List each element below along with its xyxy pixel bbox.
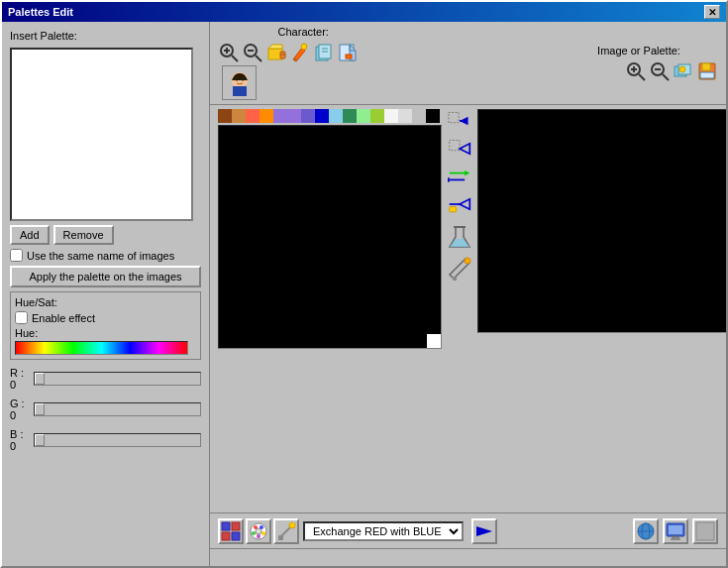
palette-cell[interactable] [413,223,427,237]
palette-cell-right[interactable] [492,166,506,179]
palette-cell[interactable] [274,209,288,223]
palette-cell-right[interactable] [659,290,673,304]
palette-cell[interactable] [219,320,233,334]
palette-cell[interactable] [399,292,413,306]
palette-cell[interactable] [260,223,274,237]
palette-cell[interactable] [219,251,233,265]
palette-cell[interactable] [302,223,316,237]
palette-cell-right[interactable] [714,193,726,207]
palette-cell[interactable] [385,209,399,223]
palette-cell[interactable] [233,223,247,237]
palette-cell[interactable] [260,237,274,251]
palette-cell-right[interactable] [478,110,492,124]
palette-cell-right[interactable] [686,249,700,263]
palette-cell-right[interactable] [575,138,589,152]
palette-cell-right[interactable] [562,207,575,221]
palette-cell-right[interactable] [700,304,714,318]
palette-cell[interactable] [413,265,427,279]
palette-cell[interactable] [247,223,260,237]
palette-cell-right[interactable] [575,193,589,207]
palette-cell[interactable] [330,223,344,237]
apply-palette-button[interactable]: Apply the palette on the images [10,266,201,287]
palette-cell-right[interactable] [673,277,686,290]
palette-cell-right[interactable] [492,138,506,152]
palette-cell-right[interactable] [686,235,700,249]
palette-cell[interactable] [413,168,427,181]
palette-cell-right[interactable] [631,249,645,263]
palette-cell-right[interactable] [617,235,631,249]
palette-cell[interactable] [219,168,233,181]
palette-cell[interactable] [371,279,385,292]
palette-cell-right[interactable] [520,138,534,152]
palette-cell-right[interactable] [589,166,603,179]
palette-cell-right[interactable] [659,138,673,152]
palette-cell[interactable] [358,181,371,195]
palette-cell[interactable] [316,292,330,306]
close-button[interactable]: ✕ [704,5,720,19]
palette-cell[interactable] [385,195,399,209]
palette-cell-right[interactable] [520,249,534,263]
palette-cell-right[interactable] [575,263,589,277]
palette-cell-right[interactable] [562,166,575,179]
palette-cell[interactable] [330,265,344,279]
palette-cell[interactable] [358,320,371,334]
palette-cell-right[interactable] [659,304,673,318]
palette-cell-right[interactable] [700,110,714,124]
palette-cell-right[interactable] [659,152,673,166]
palette-cell-right[interactable] [589,207,603,221]
palette-cell-right[interactable] [645,193,659,207]
palette-cell[interactable] [413,126,427,140]
flask-icon[interactable] [448,226,471,250]
palette-cell-right[interactable] [562,235,575,249]
palette-cell[interactable] [247,126,260,140]
palette-cell[interactable] [288,154,302,168]
palette-cell-right[interactable] [589,138,603,152]
palette-cell-right[interactable] [506,124,520,138]
palette-cell-right[interactable] [700,193,714,207]
palette-cell[interactable] [399,209,413,223]
char-zoom-out-icon[interactable] [242,42,263,63]
palette-cell-right[interactable] [603,166,617,179]
palette-cell-right[interactable] [492,290,506,304]
palette-cell-right[interactable] [478,138,492,152]
palette-cell-right[interactable] [714,124,726,138]
palette-cell-right[interactable] [603,235,617,249]
palette-cell[interactable] [427,292,441,306]
palette-cell-right[interactable] [673,221,686,235]
palette-cell[interactable] [330,209,344,223]
palette-cell-right[interactable] [534,110,548,124]
palette-cell[interactable] [302,251,316,265]
palette-cell[interactable] [427,154,441,168]
palette-cell[interactable] [427,265,441,279]
palette-cell-right[interactable] [617,290,631,304]
palette-cell[interactable] [274,168,288,181]
palette-cell[interactable] [274,279,288,292]
palette-cell[interactable] [371,237,385,251]
palette-cell-right[interactable] [492,221,506,235]
grid-icon[interactable] [218,518,244,544]
palette-cell-right[interactable] [478,235,492,249]
palette-cell[interactable] [399,168,413,181]
palette-cell-right[interactable] [603,138,617,152]
color-swatch[interactable] [315,109,329,123]
palette-cell-right[interactable] [534,124,548,138]
palette-cell[interactable] [371,209,385,223]
palette-cell-right[interactable] [673,290,686,304]
palette-cell-right[interactable] [548,290,562,304]
color-swatch[interactable] [329,109,343,123]
palette-cell-right[interactable] [686,304,700,318]
palette-cell-right[interactable] [617,318,631,332]
palette-cell[interactable] [358,209,371,223]
palette-cell[interactable] [385,306,399,320]
palette-cell-right[interactable] [617,124,631,138]
palette-cell[interactable] [413,209,427,223]
palette-cell-right[interactable] [520,152,534,166]
palette-cell-right[interactable] [659,263,673,277]
char-copy-icon[interactable] [313,42,335,63]
palette-cell[interactable] [260,140,274,154]
palette-cell-right[interactable] [548,318,562,332]
color-swatch[interactable] [218,109,232,123]
palette-cell-right[interactable] [673,263,686,277]
palette-cell-right[interactable] [659,277,673,290]
palette-cell[interactable] [413,292,427,306]
